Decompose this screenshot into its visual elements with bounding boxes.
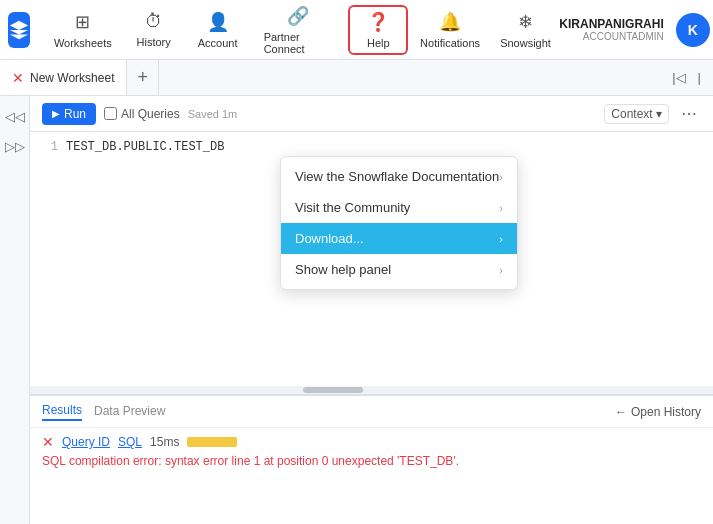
dropdown-item-community[interactable]: Visit the Community › — [281, 192, 517, 223]
notifications-icon: 🔔 — [439, 11, 461, 33]
nav-help-label: Help — [367, 37, 390, 49]
user-initials: K — [688, 22, 698, 38]
error-message: SQL compilation error: syntax error line… — [42, 454, 701, 468]
partner-connect-icon: 🔗 — [287, 5, 309, 27]
dropdown-docs-label: View the Snowflake Documentation — [295, 169, 499, 184]
scroll-thumb — [303, 387, 363, 393]
sidebar-collapse-btn[interactable]: ◁◁ — [3, 104, 27, 128]
play-icon: ▶ — [52, 108, 60, 119]
user-role: ACCOUNTADMIN — [583, 31, 664, 42]
context-chevron-icon: ▾ — [656, 107, 662, 121]
bottom-content: ✕ Query ID SQL 15ms SQL compilation erro… — [30, 428, 713, 524]
help-panel-arrow-icon: › — [499, 264, 503, 276]
bottom-tabs: Results Data Preview ← Open History — [30, 396, 713, 428]
bottom-panel: Results Data Preview ← Open History ✕ Qu… — [30, 394, 713, 524]
sidebar: ◁◁ ▷▷ — [0, 96, 30, 524]
top-nav: ⊞ Worksheets ⏱ History 👤 Account 🔗 Partn… — [0, 0, 713, 60]
line-number-1: 1 — [42, 140, 58, 154]
nav-worksheets[interactable]: ⊞ Worksheets — [46, 7, 120, 53]
dropdown-download-label: Download... — [295, 231, 364, 246]
horizontal-scrollbar[interactable] — [30, 386, 713, 394]
context-label: Context — [611, 107, 652, 121]
nav-history[interactable]: ⏱ History — [124, 7, 184, 52]
nav-help[interactable]: ❓ Help — [348, 5, 408, 55]
nav-partner-connect[interactable]: 🔗 Partner Connect — [252, 1, 345, 59]
worksheet-add-button[interactable]: + — [127, 60, 159, 95]
nav-right: KIRANPANIGRAHI ACCOUNTADMIN K — [559, 13, 709, 47]
all-queries-checkbox[interactable] — [104, 107, 117, 120]
dropdown-menu: View the Snowflake Documentation › Visit… — [280, 156, 518, 290]
tab-results[interactable]: Results — [42, 403, 82, 421]
ws-expand-icon[interactable]: | — [694, 68, 705, 87]
app-logo — [8, 12, 30, 48]
editor-line-1: 1 TEST_DB.PUBLIC.TEST_DB — [42, 140, 701, 154]
query-time: 15ms — [150, 435, 179, 449]
open-history-label: Open History — [631, 405, 701, 419]
tab-data-preview[interactable]: Data Preview — [94, 404, 165, 420]
nav-account-label: Account — [198, 37, 238, 49]
open-history-button[interactable]: ← Open History — [615, 405, 701, 419]
docs-arrow-icon: › — [499, 171, 503, 183]
context-button[interactable]: Context ▾ — [604, 104, 669, 124]
nav-notifications[interactable]: 🔔 Notifications — [412, 7, 487, 53]
dropdown-community-label: Visit the Community — [295, 200, 410, 215]
open-history-arrow-icon: ← — [615, 405, 627, 419]
toolbar-more-button[interactable]: ⋯ — [677, 102, 701, 125]
dropdown-help-panel-label: Show help panel — [295, 262, 391, 277]
worksheet-tab[interactable]: ✕ New Worksheet — [0, 60, 127, 95]
all-queries-label: All Queries — [104, 107, 180, 121]
worksheet-tab-label: New Worksheet — [30, 71, 114, 85]
query-id-link[interactable]: Query ID — [62, 435, 110, 449]
community-arrow-icon: › — [499, 202, 503, 214]
account-icon: 👤 — [207, 11, 229, 33]
user-avatar[interactable]: K — [676, 13, 710, 47]
query-bar-fill — [187, 437, 237, 447]
sidebar-expand-btn[interactable]: ▷▷ — [3, 134, 27, 158]
snowsight-icon: ❄ — [518, 11, 533, 33]
help-dropdown: View the Snowflake Documentation › Visit… — [280, 156, 518, 290]
dropdown-item-help-panel[interactable]: Show help panel › — [281, 254, 517, 285]
run-label: Run — [64, 107, 86, 121]
nav-history-label: History — [137, 36, 171, 48]
saved-label: Saved 1m — [188, 108, 238, 120]
user-info: KIRANPANIGRAHI ACCOUNTADMIN — [559, 17, 663, 42]
nav-worksheets-label: Worksheets — [54, 37, 112, 49]
nav-snowsight[interactable]: ❄ Snowsight — [492, 7, 560, 53]
query-bar — [187, 437, 237, 447]
worksheets-icon: ⊞ — [75, 11, 90, 33]
help-icon: ❓ — [367, 11, 389, 33]
ws-collapse-icon[interactable]: |◁ — [668, 68, 689, 87]
worksheets-bar: ✕ New Worksheet + |◁ | — [0, 60, 713, 96]
run-button[interactable]: ▶ Run — [42, 103, 96, 125]
query-row: ✕ Query ID SQL 15ms — [42, 434, 701, 450]
user-name: KIRANPANIGRAHI — [559, 17, 663, 31]
nav-snowsight-label: Snowsight — [500, 37, 551, 49]
line-code-1: TEST_DB.PUBLIC.TEST_DB — [66, 140, 224, 154]
dropdown-item-docs[interactable]: View the Snowflake Documentation › — [281, 161, 517, 192]
worksheet-right-controls: |◁ | — [660, 68, 713, 87]
worksheet-close-icon[interactable]: ✕ — [12, 70, 24, 86]
query-error-icon: ✕ — [42, 434, 54, 450]
nav-partner-label: Partner Connect — [264, 31, 333, 55]
query-sql-link[interactable]: SQL — [118, 435, 142, 449]
download-arrow-icon: › — [499, 233, 503, 245]
history-icon: ⏱ — [145, 11, 163, 32]
all-queries-text: All Queries — [121, 107, 180, 121]
add-icon: + — [137, 67, 148, 88]
editor-toolbar: ▶ Run All Queries Saved 1m Context ▾ ⋯ — [30, 96, 713, 132]
main-area: ◁◁ ▷▷ ▶ Run All Queries Saved 1m Context… — [0, 96, 713, 524]
nav-items: ⊞ Worksheets ⏱ History 👤 Account 🔗 Partn… — [46, 1, 559, 59]
nav-notifications-label: Notifications — [420, 37, 480, 49]
nav-account[interactable]: 👤 Account — [188, 7, 248, 53]
dropdown-item-download[interactable]: Download... › — [281, 223, 517, 254]
